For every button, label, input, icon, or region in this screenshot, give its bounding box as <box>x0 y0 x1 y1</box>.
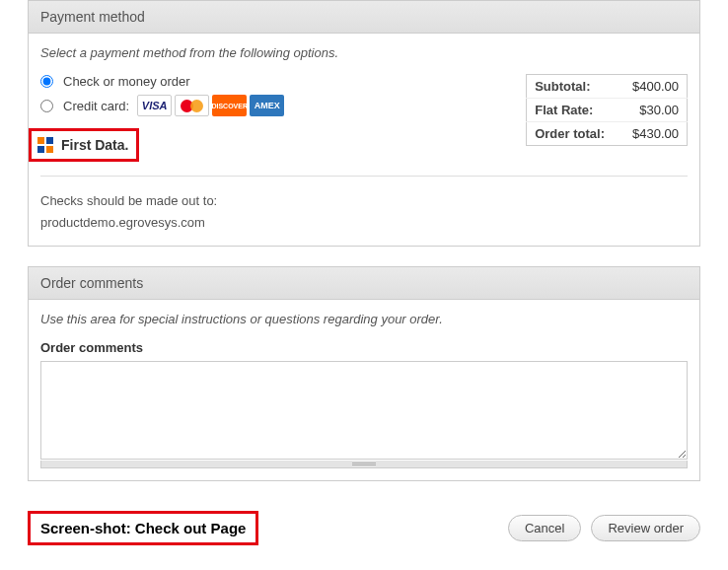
bottom-row: Screen-shot: Check out Page Cancel Revie… <box>28 501 700 565</box>
comments-textarea[interactable] <box>40 361 688 460</box>
check-payable-info: Checks should be made out to: productdem… <box>40 190 688 234</box>
order-comments-body: Use this area for special instructions o… <box>29 300 699 480</box>
radio-credit[interactable] <box>40 100 53 112</box>
order-summary-table: Subtotal: $400.00 Flat Rate: $30.00 Orde… <box>526 74 688 146</box>
firstdata-icon <box>36 135 55 155</box>
option-check[interactable]: Check or money order <box>40 74 506 89</box>
cancel-button[interactable]: Cancel <box>508 515 581 541</box>
order-comments-header: Order comments <box>29 267 699 300</box>
grip-lines-icon <box>352 463 376 465</box>
svg-rect-1 <box>46 137 53 144</box>
resize-handle[interactable] <box>40 461 688 468</box>
summary-flatrate-row: Flat Rate: $30.00 <box>527 99 688 122</box>
subtotal-label: Subtotal: <box>527 75 613 99</box>
card-icons: VISA DISCOVER AMEX <box>137 95 284 116</box>
amex-icon: AMEX <box>250 95 284 116</box>
option-check-label: Check or money order <box>63 74 190 89</box>
screenshot-caption: Screen-shot: Check out Page <box>28 511 258 545</box>
svg-rect-0 <box>37 137 44 144</box>
summary-subtotal-row: Subtotal: $400.00 <box>527 75 688 99</box>
comments-instruction: Use this area for special instructions o… <box>40 312 688 326</box>
mastercard-icon <box>175 95 209 116</box>
divider <box>40 176 688 177</box>
payment-method-panel: Payment method Select a payment method f… <box>28 0 700 247</box>
flatrate-label: Flat Rate: <box>527 99 613 122</box>
flatrate-value: $30.00 <box>613 99 688 122</box>
option-credit[interactable]: Credit card: VISA DISCOVER AMEX <box>40 95 506 116</box>
comments-field-label: Order comments <box>40 340 688 355</box>
radio-check[interactable] <box>40 75 53 88</box>
total-value: $430.00 <box>613 122 688 146</box>
firstdata-highlight: First Data. <box>29 128 139 162</box>
svg-rect-3 <box>46 146 53 153</box>
subtotal-value: $400.00 <box>613 75 688 99</box>
check-info-line2: productdemo.egrovesys.com <box>40 212 688 234</box>
visa-icon: VISA <box>137 95 172 116</box>
discover-icon: DISCOVER <box>212 95 247 116</box>
option-credit-label: Credit card: <box>63 99 129 113</box>
payment-method-body: Select a payment method from the followi… <box>29 34 699 246</box>
order-comments-panel: Order comments Use this area for special… <box>28 266 700 481</box>
summary-total-row: Order total: $430.00 <box>527 122 688 146</box>
svg-rect-2 <box>37 146 44 153</box>
payment-instruction: Select a payment method from the followi… <box>40 45 688 60</box>
payment-method-header: Payment method <box>29 1 699 34</box>
firstdata-label: First Data. <box>61 137 128 153</box>
action-buttons: Cancel Review order <box>508 515 700 541</box>
check-info-line1: Checks should be made out to: <box>40 190 688 212</box>
review-order-button[interactable]: Review order <box>591 515 700 541</box>
total-label: Order total: <box>527 122 613 146</box>
